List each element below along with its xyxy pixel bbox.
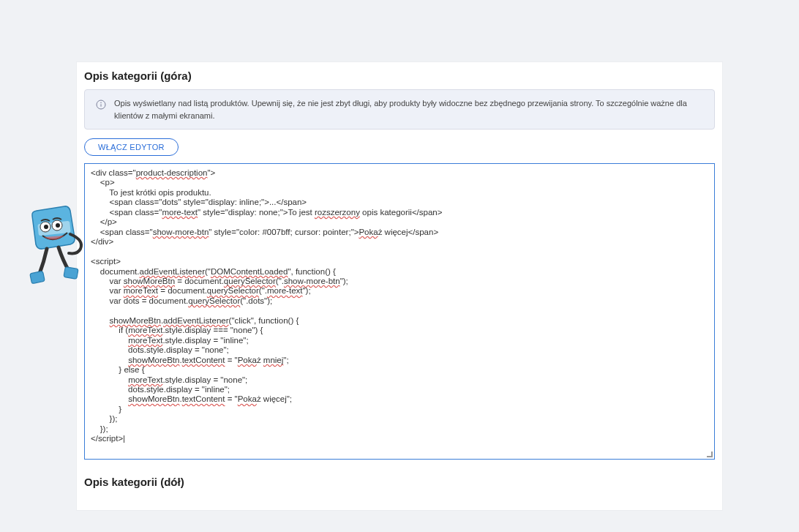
mascot-illustration xyxy=(22,205,91,289)
section-title-bottom: Opis kategorii (dół) xyxy=(77,460,722,488)
section-title-top: Opis kategorii (góra) xyxy=(77,70,722,89)
svg-point-6 xyxy=(44,225,48,229)
info-banner: Opis wyświetlany nad listą produktów. Up… xyxy=(84,89,715,130)
enable-editor-button[interactable]: WŁĄCZ EDYTOR xyxy=(84,138,179,156)
svg-point-2 xyxy=(101,102,102,103)
info-text: Opis wyświetlany nad listą produktów. Up… xyxy=(114,97,704,121)
html-code-textarea[interactable]: <div class="product-description"> <p> To… xyxy=(84,163,715,460)
svg-rect-8 xyxy=(30,271,45,283)
svg-point-7 xyxy=(56,223,60,228)
svg-rect-9 xyxy=(64,267,78,280)
info-icon xyxy=(95,99,107,110)
category-description-panel: Opis kategorii (góra) Opis wyświetlany n… xyxy=(77,62,722,510)
resize-handle[interactable] xyxy=(705,450,713,457)
